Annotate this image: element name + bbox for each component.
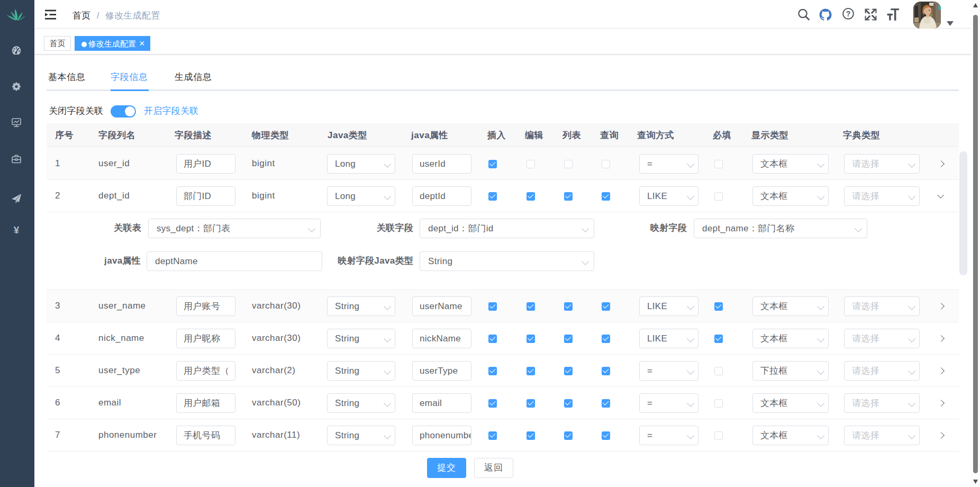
svg-text:?: ? — [846, 10, 851, 18]
svg-text:¥: ¥ — [14, 224, 20, 236]
